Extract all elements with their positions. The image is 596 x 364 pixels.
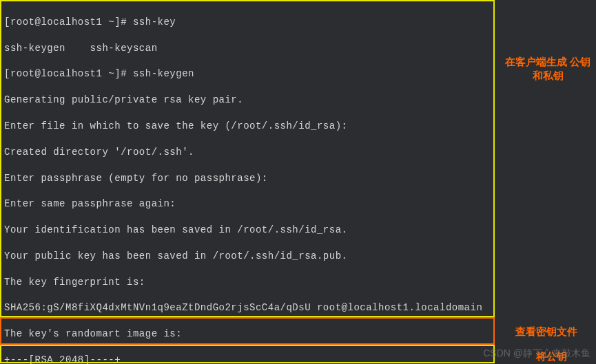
terminal-line: Created directory '/root/.ssh'. — [4, 146, 592, 159]
terminal-line: Enter passphrase (empty for no passphras… — [4, 172, 592, 185]
terminal-line: Enter file in which to save the key (/ro… — [4, 120, 592, 133]
terminal-line: SHA256:gS/M8fiXQ4dxMtNVn1q9eaZtDndGo2rjs… — [4, 301, 592, 314]
annotation-ls: 查看密钥文件 — [500, 325, 593, 339]
terminal-line: Generating public/private rsa key pair. — [4, 94, 592, 107]
terminal-line: Your public key has been saved in /root/… — [4, 250, 592, 263]
terminal-line: [root@localhost1 ~]# ssh-key — [4, 16, 592, 29]
terminal-line: The key fingerprint is: — [4, 276, 592, 289]
annotation-keygen: 在客户端生成 公钥和私钥 — [503, 55, 593, 82]
terminal-line: Enter same passphrase again: — [4, 197, 592, 211]
terminal-line: Your identification has been saved in /r… — [4, 224, 592, 237]
terminal-line: ssh-keygen ssh-keyscan — [4, 42, 592, 55]
watermark: CSDN @静下心来敲木鱼 — [483, 347, 590, 360]
